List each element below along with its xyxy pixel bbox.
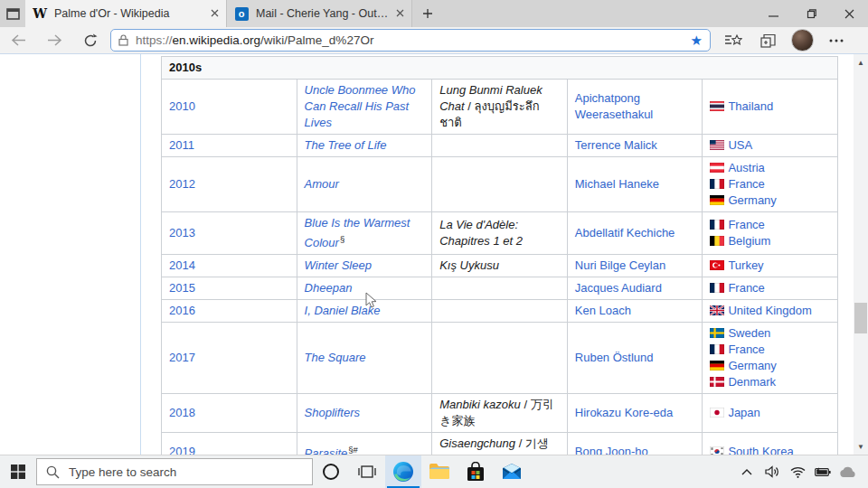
cortana-icon[interactable] [313,455,349,488]
director-link[interactable]: Ruben Östlund [575,351,654,364]
scroll-down-icon[interactable]: ▼ [854,440,868,453]
tray-expand-icon[interactable] [734,455,760,488]
forward-button[interactable] [36,27,72,54]
director-link[interactable]: Ken Loach [575,304,631,317]
country-link[interactable]: United Kingdom [728,304,812,317]
country-link[interactable]: France [728,281,764,295]
flag-icon-turkey [710,258,728,272]
country-link[interactable]: France [728,343,764,356]
country-line: South Korea [710,444,830,455]
favorite-star-icon[interactable]: ★ [691,33,703,49]
director-link[interactable]: Hirokazu Kore-eda [575,406,673,419]
film-link[interactable]: The Square [305,351,366,364]
flag-icon-germany [710,359,728,372]
year-link[interactable]: 2016 [169,304,195,317]
more-menu-icon[interactable] [819,27,854,54]
country-line: Austria [710,160,830,176]
mail-icon[interactable] [494,455,530,488]
tab-preview-icon[interactable] [0,0,25,27]
year-link[interactable]: 2015 [169,281,195,295]
close-tab-icon[interactable] [211,7,219,20]
director-link[interactable]: Michael Haneke [575,177,659,191]
edge-taskbar-icon[interactable] [385,455,421,488]
director-link[interactable]: Terrence Malick [575,138,657,152]
back-button[interactable] [0,27,36,54]
country-link[interactable]: Sweden [728,326,770,340]
microsoft-store-icon[interactable] [458,455,494,488]
director-link[interactable]: Apichatpong Weerasethakul [575,91,653,121]
country-link[interactable]: France [728,177,764,191]
country-link[interactable]: France [728,218,764,231]
minimize-button[interactable] [754,0,792,27]
country-cell: Japan [703,394,838,433]
film-link[interactable]: Uncle Boonmee Who Can Recall His Past Li… [305,83,416,129]
film-link[interactable]: Blue Is the Warmest Colour [305,216,410,249]
vertical-scrollbar[interactable]: ▲ ▼ [854,54,868,455]
flag-icon-france [710,281,728,295]
winner-row-2017: 2017The SquareRuben ÖstlundSwedenFranceG… [162,323,838,394]
flag-icon-france [710,177,728,191]
taskbar-search-box[interactable]: Type here to search [36,458,313,485]
director-link[interactable]: Jacques Audiard [575,281,662,295]
winner-row-2018: 2018ShopliftersManbiki kazoku / 万引き家族Hir… [162,394,838,433]
flag-icon-south-korea [710,445,728,455]
director-link[interactable]: Nuri Bilge Ceylan [575,258,665,272]
country-link[interactable]: Denmark [728,375,776,389]
scrollbar-thumb[interactable] [854,303,867,333]
director-link[interactable]: Bong Joon-ho [575,445,648,455]
tab-wikipedia[interactable]: W Palme d'Or - Wikipedia [25,0,226,27]
collections-icon[interactable] [750,27,785,54]
year-link[interactable]: 2013 [169,226,195,239]
address-bar[interactable]: https://en.wikipedia.org/wiki/Palme_d%27… [110,29,711,52]
country-link[interactable]: Germany [728,193,776,207]
year-link[interactable]: 2018 [169,406,195,419]
english-title-cell: Blue Is the Warmest Colour§ [297,212,432,255]
film-link[interactable]: Shoplifters [305,406,360,419]
film-link[interactable]: Dheepan [305,281,353,295]
country-link[interactable]: Belgium [728,234,770,248]
country-link[interactable]: Japan [728,406,760,419]
country-link[interactable]: USA [728,138,752,152]
maximize-button[interactable] [792,0,830,27]
year-link[interactable]: 2011 [169,138,194,152]
task-view-icon[interactable] [349,455,385,488]
refresh-button[interactable] [72,27,108,54]
year-link[interactable]: 2014 [169,258,195,272]
close-tab-icon[interactable] [396,7,404,20]
director-cell: Ruben Östlund [567,323,703,394]
year-link[interactable]: 2012 [169,177,195,191]
film-link[interactable]: The Tree of Life [305,138,387,152]
film-link[interactable]: Winter Sleep [305,258,372,272]
file-explorer-icon[interactable] [421,455,458,488]
film-link[interactable]: Amour [305,177,339,191]
director-link[interactable]: Abdellatif Kechiche [575,226,675,239]
film-link[interactable]: Parasite [305,446,348,455]
close-window-button[interactable] [830,0,868,27]
year-link[interactable]: 2010 [169,99,195,113]
onedrive-cloud-icon[interactable] [835,455,861,488]
wifi-icon[interactable] [785,455,810,488]
start-button[interactable] [0,455,36,488]
favorites-hub-icon[interactable] [716,27,750,54]
flag-icon-sweden [710,326,728,340]
battery-icon[interactable] [810,455,835,488]
director-cell: Terrence Malick [567,135,703,157]
new-tab-button[interactable] [412,0,443,27]
country-link[interactable]: Turkey [728,258,763,272]
director-cell: Jacques Audiard [567,277,703,300]
country-link[interactable]: Austria [728,161,764,174]
volume-icon[interactable] [760,455,785,488]
country-line: Japan [710,405,830,421]
film-link[interactable]: I, Daniel Blake [305,304,381,317]
country-link[interactable]: South Korea [728,445,793,455]
scroll-up-icon[interactable]: ▲ [854,56,868,69]
country-link[interactable]: Germany [728,359,776,372]
country-cell: AustriaFranceGermany [703,157,838,212]
original-title-cell [432,135,568,157]
tab-outlook[interactable]: o Mail - Cherie Yang - Outlook [226,0,412,27]
profile-avatar[interactable] [785,27,819,54]
year-link[interactable]: 2017 [169,351,195,364]
country-link[interactable]: Thailand [728,99,773,113]
year-link[interactable]: 2019 [169,445,195,455]
flag-icon-austria [710,161,728,174]
